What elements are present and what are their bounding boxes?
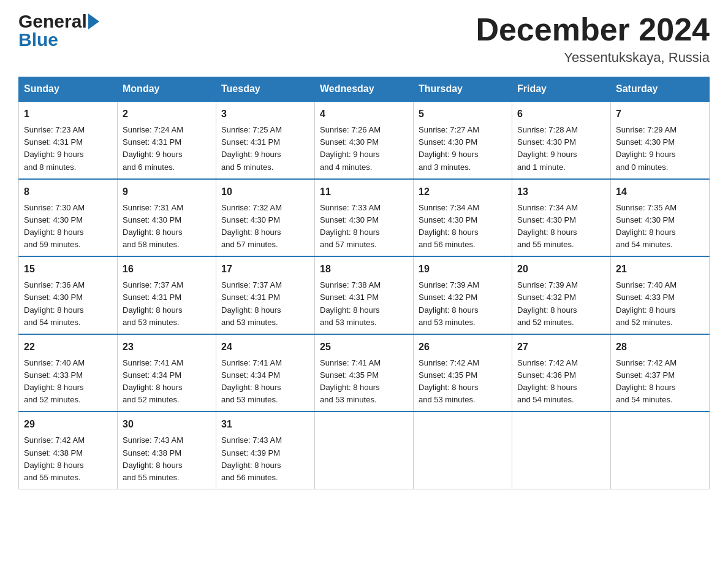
calendar-cell — [512, 412, 611, 489]
day-number: 23 — [123, 340, 211, 354]
calendar-cell: 9Sunrise: 7:31 AMSunset: 4:30 PMDaylight… — [118, 179, 216, 257]
column-header-wednesday: Wednesday — [315, 77, 414, 102]
calendar-cell: 16Sunrise: 7:37 AMSunset: 4:31 PMDayligh… — [118, 256, 216, 334]
day-info: Sunrise: 7:40 AMSunset: 4:33 PMDaylight:… — [616, 279, 704, 329]
calendar-cell: 25Sunrise: 7:41 AMSunset: 4:35 PMDayligh… — [315, 334, 414, 412]
day-info: Sunrise: 7:43 AMSunset: 4:38 PMDaylight:… — [123, 434, 211, 484]
day-number: 20 — [517, 262, 605, 277]
calendar-cell: 18Sunrise: 7:38 AMSunset: 4:31 PMDayligh… — [315, 256, 414, 334]
column-header-sunday: Sunday — [19, 77, 118, 102]
calendar-cell: 3Sunrise: 7:25 AMSunset: 4:31 PMDaylight… — [216, 101, 315, 179]
day-number: 18 — [320, 262, 408, 277]
calendar-cell: 17Sunrise: 7:37 AMSunset: 4:31 PMDayligh… — [216, 256, 315, 334]
calendar-cell: 2Sunrise: 7:24 AMSunset: 4:31 PMDaylight… — [118, 101, 216, 179]
day-info: Sunrise: 7:25 AMSunset: 4:31 PMDaylight:… — [221, 124, 309, 174]
calendar-cell: 19Sunrise: 7:39 AMSunset: 4:32 PMDayligh… — [414, 256, 512, 334]
calendar-cell: 22Sunrise: 7:40 AMSunset: 4:33 PMDayligh… — [19, 334, 118, 412]
day-info: Sunrise: 7:35 AMSunset: 4:30 PMDaylight:… — [616, 202, 704, 251]
calendar-cell: 6Sunrise: 7:28 AMSunset: 4:30 PMDaylight… — [512, 101, 611, 179]
logo-triangle-icon — [88, 13, 99, 29]
calendar-cell — [414, 412, 512, 489]
calendar-week-row: 22Sunrise: 7:40 AMSunset: 4:33 PMDayligh… — [19, 334, 710, 412]
day-number: 5 — [419, 107, 507, 121]
calendar-cell — [315, 412, 414, 489]
day-info: Sunrise: 7:41 AMSunset: 4:35 PMDaylight:… — [320, 357, 408, 407]
day-number: 24 — [221, 340, 309, 354]
calendar-cell: 4Sunrise: 7:26 AMSunset: 4:30 PMDaylight… — [315, 101, 414, 179]
day-info: Sunrise: 7:33 AMSunset: 4:30 PMDaylight:… — [320, 202, 408, 251]
calendar-header-row: SundayMondayTuesdayWednesdayThursdayFrid… — [19, 77, 710, 102]
column-header-friday: Friday — [512, 77, 611, 102]
day-number: 12 — [419, 185, 507, 199]
calendar-week-row: 15Sunrise: 7:36 AMSunset: 4:30 PMDayligh… — [19, 256, 710, 334]
day-info: Sunrise: 7:43 AMSunset: 4:39 PMDaylight:… — [221, 434, 309, 484]
day-number: 7 — [616, 107, 704, 121]
calendar-cell: 10Sunrise: 7:32 AMSunset: 4:30 PMDayligh… — [216, 179, 315, 257]
day-number: 17 — [221, 262, 309, 277]
day-number: 19 — [419, 262, 507, 277]
day-info: Sunrise: 7:28 AMSunset: 4:30 PMDaylight:… — [517, 124, 605, 174]
calendar-cell — [611, 412, 710, 489]
day-number: 3 — [221, 107, 309, 121]
day-info: Sunrise: 7:37 AMSunset: 4:31 PMDaylight:… — [123, 279, 211, 329]
day-number: 15 — [24, 262, 112, 277]
day-info: Sunrise: 7:39 AMSunset: 4:32 PMDaylight:… — [517, 279, 605, 329]
calendar-cell: 24Sunrise: 7:41 AMSunset: 4:34 PMDayligh… — [216, 334, 315, 412]
day-number: 31 — [221, 417, 309, 432]
calendar-cell: 1Sunrise: 7:23 AMSunset: 4:31 PMDaylight… — [19, 101, 118, 179]
day-info: Sunrise: 7:30 AMSunset: 4:30 PMDaylight:… — [24, 202, 112, 251]
day-info: Sunrise: 7:23 AMSunset: 4:31 PMDaylight:… — [24, 124, 112, 174]
day-info: Sunrise: 7:29 AMSunset: 4:30 PMDaylight:… — [616, 124, 704, 174]
day-info: Sunrise: 7:24 AMSunset: 4:31 PMDaylight:… — [123, 124, 211, 174]
calendar-cell: 12Sunrise: 7:34 AMSunset: 4:30 PMDayligh… — [414, 179, 512, 257]
day-info: Sunrise: 7:37 AMSunset: 4:31 PMDaylight:… — [221, 279, 309, 329]
column-header-tuesday: Tuesday — [216, 77, 315, 102]
calendar-cell: 11Sunrise: 7:33 AMSunset: 4:30 PMDayligh… — [315, 179, 414, 257]
calendar-week-row: 1Sunrise: 7:23 AMSunset: 4:31 PMDaylight… — [19, 101, 710, 179]
day-info: Sunrise: 7:36 AMSunset: 4:30 PMDaylight:… — [24, 279, 112, 329]
calendar-cell: 26Sunrise: 7:42 AMSunset: 4:35 PMDayligh… — [414, 334, 512, 412]
day-number: 6 — [517, 107, 605, 121]
calendar-week-row: 29Sunrise: 7:42 AMSunset: 4:38 PMDayligh… — [19, 412, 710, 489]
day-number: 25 — [320, 340, 408, 354]
day-info: Sunrise: 7:41 AMSunset: 4:34 PMDaylight:… — [123, 357, 211, 407]
day-number: 21 — [616, 262, 704, 277]
day-number: 13 — [517, 185, 605, 199]
logo-general-text: General — [18, 12, 87, 31]
calendar-cell: 7Sunrise: 7:29 AMSunset: 4:30 PMDaylight… — [611, 101, 710, 179]
calendar-cell: 15Sunrise: 7:36 AMSunset: 4:30 PMDayligh… — [19, 256, 118, 334]
column-header-monday: Monday — [118, 77, 216, 102]
day-info: Sunrise: 7:34 AMSunset: 4:30 PMDaylight:… — [419, 202, 507, 251]
calendar-cell: 14Sunrise: 7:35 AMSunset: 4:30 PMDayligh… — [611, 179, 710, 257]
day-info: Sunrise: 7:41 AMSunset: 4:34 PMDaylight:… — [221, 357, 309, 407]
day-number: 27 — [517, 340, 605, 354]
logo: General Blue — [18, 12, 100, 49]
calendar-cell: 23Sunrise: 7:41 AMSunset: 4:34 PMDayligh… — [118, 334, 216, 412]
title-block: December 2024 Yessentukskaya, Russia — [476, 12, 710, 66]
calendar-week-row: 8Sunrise: 7:30 AMSunset: 4:30 PMDaylight… — [19, 179, 710, 257]
day-number: 22 — [24, 340, 112, 354]
page-subtitle: Yessentukskaya, Russia — [476, 50, 710, 66]
calendar-cell: 27Sunrise: 7:42 AMSunset: 4:36 PMDayligh… — [512, 334, 611, 412]
day-info: Sunrise: 7:42 AMSunset: 4:37 PMDaylight:… — [616, 357, 704, 407]
day-number: 29 — [24, 417, 112, 432]
day-number: 10 — [221, 185, 309, 199]
calendar-cell: 20Sunrise: 7:39 AMSunset: 4:32 PMDayligh… — [512, 256, 611, 334]
calendar-cell: 28Sunrise: 7:42 AMSunset: 4:37 PMDayligh… — [611, 334, 710, 412]
page-header: General Blue December 2024 Yessentukskay… — [18, 12, 710, 66]
day-number: 28 — [616, 340, 704, 354]
logo-blue-text: Blue — [18, 31, 100, 49]
day-number: 14 — [616, 185, 704, 199]
day-number: 11 — [320, 185, 408, 199]
calendar-table: SundayMondayTuesdayWednesdayThursdayFrid… — [18, 77, 710, 489]
day-info: Sunrise: 7:32 AMSunset: 4:30 PMDaylight:… — [221, 202, 309, 251]
calendar-cell: 30Sunrise: 7:43 AMSunset: 4:38 PMDayligh… — [118, 412, 216, 489]
day-number: 9 — [123, 185, 211, 199]
day-number: 8 — [24, 185, 112, 199]
day-number: 26 — [419, 340, 507, 354]
calendar-cell: 31Sunrise: 7:43 AMSunset: 4:39 PMDayligh… — [216, 412, 315, 489]
calendar-cell: 8Sunrise: 7:30 AMSunset: 4:30 PMDaylight… — [19, 179, 118, 257]
column-header-thursday: Thursday — [414, 77, 512, 102]
calendar-cell: 13Sunrise: 7:34 AMSunset: 4:30 PMDayligh… — [512, 179, 611, 257]
day-number: 30 — [123, 417, 211, 432]
